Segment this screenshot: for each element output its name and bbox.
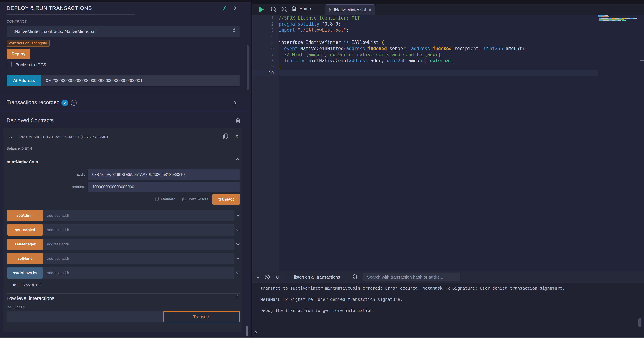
setEnabled-button[interactable]: setEnabled [7, 224, 43, 236]
select-arrows-icon [233, 28, 236, 33]
setEnabled-expand-icon[interactable] [236, 228, 240, 231]
line-number: 7 [252, 52, 276, 57]
clear-console-icon[interactable] [264, 274, 270, 280]
code-text: import "./IAllowList.sol"; [276, 28, 349, 33]
code-line-2[interactable]: 2pragma solidity ^0.8.0; [252, 21, 598, 27]
setNone-button[interactable]: setNone [7, 253, 43, 264]
code-lines[interactable]: 1//SPDX-License-Identifier: MIT2pragma s… [252, 15, 598, 76]
amount-field-input[interactable] [88, 182, 240, 192]
setManager-placeholder[interactable]: address addr [47, 242, 69, 246]
setNone-placeholder[interactable]: address addr [47, 256, 69, 261]
editor-cursor [279, 70, 279, 76]
tab-close-icon[interactable]: ✕ [368, 7, 372, 12]
setManager-button[interactable]: setManager [7, 238, 43, 250]
zoom-out-icon[interactable] [270, 6, 278, 14]
run-script-play-icon[interactable] [259, 6, 264, 12]
editor-minimap[interactable] [598, 14, 640, 22]
low-level-info-icon: i [236, 294, 238, 300]
code-text: event NativeCoinMinted(address indexed s… [276, 46, 527, 51]
terminal-search-input[interactable] [363, 273, 460, 282]
low-level-calldata-input[interactable] [6, 311, 163, 322]
addr-field-input[interactable] [88, 169, 240, 180]
code-text: function mintNativeCoin(address addr, ui… [276, 58, 454, 63]
code-line-5[interactable]: 5interface INativeMinter is IAllowList { [252, 39, 598, 46]
contract-select-value: INativeMinter - contracts/INativeMinter.… [14, 29, 96, 34]
divider [0, 111, 251, 111]
readAllowList-button[interactable]: readAllowList [7, 267, 43, 278]
divider [6, 294, 240, 294]
low-level-transact-button[interactable]: Transact [163, 311, 240, 322]
line-number: 4 [252, 34, 276, 39]
copy-icon [155, 196, 159, 202]
top-strip [0, 0, 251, 2]
transactions-recorded-label: Transactions recorded [6, 99, 60, 106]
terminal-header: 0 listen on all transactions [252, 271, 644, 283]
info-icon: i [71, 100, 77, 106]
editor-top-strip [252, 0, 644, 4]
collapse-panel-icon[interactable] [233, 6, 236, 10]
tab-home[interactable]: Home [291, 6, 311, 12]
transactions-count-badge: 2 [62, 100, 68, 106]
code-line-1[interactable]: 1//SPDX-License-Identifier: MIT [252, 15, 598, 21]
line-number: 3 [252, 28, 276, 33]
line-number: 6 [252, 46, 276, 51]
at-address-button[interactable]: At Address [6, 75, 42, 86]
code-text [276, 70, 279, 76]
code-line-8[interactable]: 8 function mintNativeCoin(address addr, … [252, 58, 598, 64]
code-editor: Home INativeMinter.sol ✕ 1//SPDX-License… [252, 0, 644, 271]
instance-collapse-icon[interactable] [9, 135, 12, 138]
setManager-expand-icon[interactable] [236, 242, 240, 245]
function-collapse-icon[interactable] [236, 158, 239, 162]
panel-scrollbar-thumb[interactable] [246, 45, 249, 90]
tab-inativeminter[interactable]: INativeMinter.sol ✕ [325, 4, 375, 15]
code-line-9[interactable]: 9} [252, 64, 598, 70]
evm-version-badge: evm version: shanghai [6, 40, 50, 46]
collapse-terminal-icon[interactable] [257, 276, 259, 278]
transact-button[interactable]: transact [212, 194, 240, 205]
code-line-10[interactable]: 10 [252, 70, 598, 76]
copy-icon [182, 196, 187, 202]
at-address-input[interactable] [42, 75, 240, 86]
amount-field-label: amount: [53, 185, 85, 189]
transactions-expand-icon[interactable] [233, 101, 236, 104]
panel-editor-divider[interactable] [251, 0, 252, 338]
code-line-4[interactable]: 4 [252, 33, 598, 39]
setAdmin-button[interactable]: setAdmin [7, 210, 43, 221]
contract-label: CONTRACT [6, 19, 27, 24]
home-icon [291, 6, 297, 12]
readAllowList-placeholder[interactable]: address addr [47, 271, 69, 275]
remove-instance-icon[interactable]: x [236, 133, 238, 139]
clear-instances-trash-icon[interactable] [235, 118, 241, 124]
calldata-copy-button[interactable]: Calldata [155, 196, 176, 202]
setAdmin-expand-icon[interactable] [236, 213, 240, 217]
publish-ipfs-label: Publish to IPFS [15, 62, 46, 68]
listen-transactions-checkbox[interactable] [286, 275, 290, 280]
setAdmin-placeholder[interactable]: address addr [47, 213, 69, 218]
terminal: 0 listen on all transactions transact to… [252, 271, 644, 336]
terminal-log-line: transact to INativeMinter.mintNativeCoin… [260, 283, 567, 294]
low-level-title: Low level interactions [6, 296, 54, 301]
terminal-scrollbar-thumb[interactable] [638, 318, 641, 327]
code-text: } [276, 64, 282, 70]
code-line-7[interactable]: 7 // Mint [amount] number of native coin… [252, 52, 598, 58]
title-underline [6, 14, 135, 14]
panel-title: DEPLOY & RUN TRANSACTIONS [6, 5, 92, 12]
code-text: pragma solidity ^0.8.0; [276, 22, 341, 26]
readAllowList-output: 0: uint256: role 3 [13, 283, 42, 287]
search-icon [352, 274, 358, 280]
copy-address-icon[interactable] [222, 133, 229, 140]
contract-select[interactable]: INativeMinter - contracts/INativeMinter.… [6, 26, 240, 37]
line-number: 5 [252, 40, 276, 45]
panel-scrollbar-thumb-bottom[interactable] [246, 326, 248, 336]
code-line-3[interactable]: 3import "./IAllowList.sol"; [252, 27, 598, 33]
parameters-copy-button[interactable]: Parameters [182, 196, 208, 202]
setEnabled-placeholder[interactable]: address addr [47, 228, 69, 232]
bottom-strip [0, 336, 644, 338]
setNone-expand-icon[interactable] [236, 256, 240, 260]
terminal-prompt[interactable]: > [255, 329, 258, 335]
readAllowList-expand-icon[interactable] [236, 270, 240, 274]
deploy-button[interactable]: Deploy [6, 49, 30, 59]
zoom-in-icon[interactable] [281, 6, 288, 14]
code-line-6[interactable]: 6 event NativeCoinMinted(address indexed… [252, 46, 598, 52]
publish-ipfs-checkbox[interactable] [6, 62, 12, 67]
